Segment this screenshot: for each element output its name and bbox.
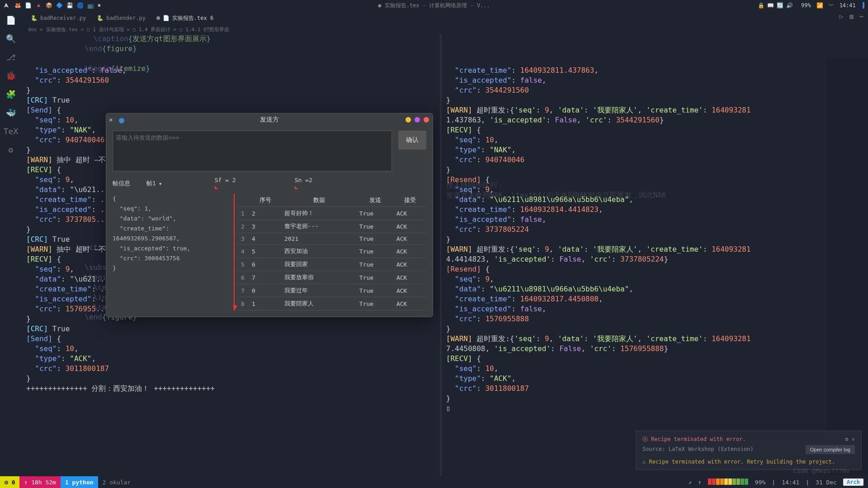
table-row[interactable]: 67我要放寒假TrueACK bbox=[238, 271, 426, 284]
activity-item[interactable]: TeX bbox=[4, 127, 19, 136]
tray-icons[interactable]: 🦊📄🔺📦🔷💾🌀📺✖ bbox=[14, 2, 104, 9]
activity-bar: 📄🔍⎇🐞🧩🐳TeX⚙ bbox=[0, 11, 22, 476]
activity-item[interactable]: ⎇ bbox=[6, 52, 16, 62]
traffic-red-icon[interactable] bbox=[424, 117, 429, 122]
arch-badge: Arch bbox=[843, 479, 863, 486]
dropdown-icon[interactable]: ﹀ bbox=[829, 2, 834, 9]
activity-item[interactable]: ⚙ bbox=[9, 145, 14, 155]
qt-sender-dialog: × 发送方 确认 帧信息 帧1 ▾ Sf = 2◣ Sn =2◣ { "seq"… bbox=[106, 113, 433, 317]
sys-icon[interactable]: 🔄 bbox=[777, 2, 783, 9]
system-topbar: ⮝ 🦊📄🔺📦🔷💾🌀📺✖ ● 实验报告.tex - 计算机网络原理 - V... … bbox=[0, 0, 868, 11]
toast-retry-msg: ⚠ Recipe terminated with error. Retry bu… bbox=[642, 459, 855, 465]
editor-tab[interactable]: 🐍badSender.py bbox=[92, 13, 150, 23]
topbar-right-icons[interactable]: 🔒📖🔄🔊 bbox=[758, 2, 796, 9]
table-row[interactable]: 45西安加油TrueACK bbox=[238, 245, 426, 258]
net-up-icon: ↗ bbox=[688, 479, 692, 486]
open-compiler-log-button[interactable]: Open compiler log bbox=[806, 445, 855, 454]
table-header: 发送 bbox=[357, 194, 394, 207]
tab-label: badReceiver.py bbox=[40, 15, 86, 21]
gear-icon[interactable]: ⚙ ✕ bbox=[845, 436, 855, 442]
workspace-2[interactable]: 2 okular bbox=[98, 476, 136, 488]
vscode-window-title: ● 实验报告.tex - 计算机网络原理 - V... bbox=[378, 2, 490, 9]
activity-item[interactable]: 🧩 bbox=[6, 89, 16, 99]
table-row[interactable]: 56我要回家TrueACK bbox=[238, 258, 426, 271]
editor-control-icon[interactable]: ▷ bbox=[840, 13, 843, 20]
battery-pct: 99% bbox=[801, 2, 811, 9]
breadcrumb[interactable]: doc > 实验报告.tex > ▢ 1 设计与实现 > ▢ 1.4 界面设计 … bbox=[22, 25, 868, 34]
activity-item[interactable]: 🐞 bbox=[6, 71, 16, 80]
editor-controls[interactable]: ▷▥⋯ bbox=[840, 13, 863, 20]
traffic-purple-icon[interactable] bbox=[415, 117, 420, 122]
arch-logo-icon: ⮝ bbox=[4, 2, 9, 9]
statusbar: ⊘ 0 ↑ 18h 52m 1 python 2 okular ↗ ↑ 99% … bbox=[0, 476, 868, 488]
cpu-bars bbox=[708, 479, 749, 486]
sys-icon[interactable]: 🔊 bbox=[786, 2, 793, 9]
file-icon: 🐍 bbox=[31, 15, 38, 21]
tab-label: 实验报告.tex 6 bbox=[172, 14, 213, 22]
status-battery: 99% bbox=[755, 479, 765, 486]
tray-icon[interactable]: 📄 bbox=[25, 2, 32, 9]
tray-icon[interactable]: ✖ bbox=[98, 2, 101, 9]
workspace-1[interactable]: 1 python bbox=[61, 476, 98, 488]
frameinfo-label: 帧信息 bbox=[113, 179, 130, 188]
table-row[interactable]: 12超哥好帅！TrueACK bbox=[238, 207, 426, 220]
sf-indicator: Sf = 2◣ bbox=[215, 177, 236, 190]
table-row[interactable]: 70我要过年TrueACK bbox=[238, 284, 426, 297]
table-row[interactable]: 342021TrueACK bbox=[238, 233, 426, 245]
minimap[interactable] bbox=[827, 57, 868, 476]
qt-title: 发送方 bbox=[106, 116, 433, 124]
toast-error-msg: ⓧ Recipe terminated with error. bbox=[642, 436, 855, 443]
desktop-icon[interactable]: ▐ bbox=[861, 2, 864, 9]
arrow-down-icon: ▼ bbox=[233, 302, 237, 312]
qt-titlebar[interactable]: × 发送方 bbox=[106, 113, 433, 126]
table-header bbox=[238, 194, 249, 207]
tray-icon[interactable]: 📦 bbox=[46, 2, 52, 9]
net-down-icon: ↑ bbox=[698, 479, 702, 486]
editor-tabs: 🐍badReceiver.py🐍badSender.py📄实验报告.tex 6 bbox=[22, 11, 868, 25]
tray-icon[interactable]: 🌀 bbox=[77, 2, 84, 9]
modified-dot-icon bbox=[156, 16, 160, 20]
csdn-watermark: CSDN @Mezu???No bbox=[793, 467, 850, 474]
tray-icon[interactable]: 🦊 bbox=[14, 2, 21, 9]
status-errors[interactable]: ⊘ 0 bbox=[0, 476, 19, 488]
tray-icon[interactable]: 🔺 bbox=[35, 2, 42, 9]
table-row[interactable]: 81我要陪家人TrueACK bbox=[238, 297, 426, 310]
clock: 14:41 bbox=[840, 2, 856, 9]
activity-item[interactable]: 🐳 bbox=[6, 108, 16, 117]
file-icon: 🐍 bbox=[97, 15, 104, 21]
sys-icon[interactable]: 🔒 bbox=[758, 2, 764, 9]
status-date: 31 Dec bbox=[816, 479, 837, 486]
status-time: 14:41 bbox=[782, 479, 799, 486]
editor-tab[interactable]: 🐍badReceiver.py bbox=[26, 13, 90, 23]
error-toast: ⓧ Recipe terminated with error. ⚙ ✕ Sour… bbox=[636, 431, 862, 470]
frame-json-display: { "seq": 1, "data": "world", "create_tim… bbox=[113, 194, 235, 310]
toast-source: Source: LaTeX Workshop (Extension) bbox=[642, 446, 754, 452]
editor-control-icon[interactable]: ▥ bbox=[849, 13, 853, 20]
table-header: 接受 bbox=[394, 194, 426, 207]
tray-icon[interactable]: 💾 bbox=[66, 2, 73, 9]
minimize-dot-icon[interactable] bbox=[119, 118, 124, 123]
chevron-down-icon: ▾ bbox=[159, 180, 162, 187]
traffic-yellow-icon[interactable] bbox=[406, 117, 411, 122]
table-header: 数据 bbox=[282, 194, 357, 207]
wifi-icon[interactable]: 📶 bbox=[816, 2, 823, 9]
frame-dropdown[interactable]: 帧1 ▾ bbox=[144, 178, 165, 188]
tray-icon[interactable]: 🔷 bbox=[56, 2, 63, 9]
activity-item[interactable]: 🔍 bbox=[6, 34, 16, 43]
tray-icon[interactable]: 📺 bbox=[87, 2, 94, 9]
close-icon[interactable]: × bbox=[109, 116, 113, 123]
sys-icon[interactable]: 📖 bbox=[767, 2, 774, 9]
confirm-button[interactable]: 确认 bbox=[398, 131, 426, 150]
file-icon: 📄 bbox=[163, 15, 170, 21]
send-data-input[interactable] bbox=[113, 131, 392, 171]
activity-item[interactable]: 📄 bbox=[6, 15, 16, 25]
editor-control-icon[interactable]: ⋯ bbox=[860, 13, 863, 20]
tab-label: badSender.py bbox=[106, 15, 146, 21]
status-uptime: ↑ 18h 52m bbox=[19, 476, 60, 488]
sn-indicator: Sn =2◣ bbox=[295, 177, 312, 190]
frames-table[interactable]: 序号数据发送接受12超哥好帅！TrueACK23詹宇老师···TrueACK34… bbox=[238, 194, 426, 310]
table-row[interactable]: 23詹宇老师···TrueACK bbox=[238, 220, 426, 233]
right-terminal-pane[interactable]: 接入待同步队列： 发送方未收到NAK, \textbf{由于返回NAK时会立即重… bbox=[442, 34, 868, 476]
table-header: 序号 bbox=[249, 194, 282, 207]
editor-tab[interactable]: 📄实验报告.tex 6 bbox=[152, 13, 218, 24]
